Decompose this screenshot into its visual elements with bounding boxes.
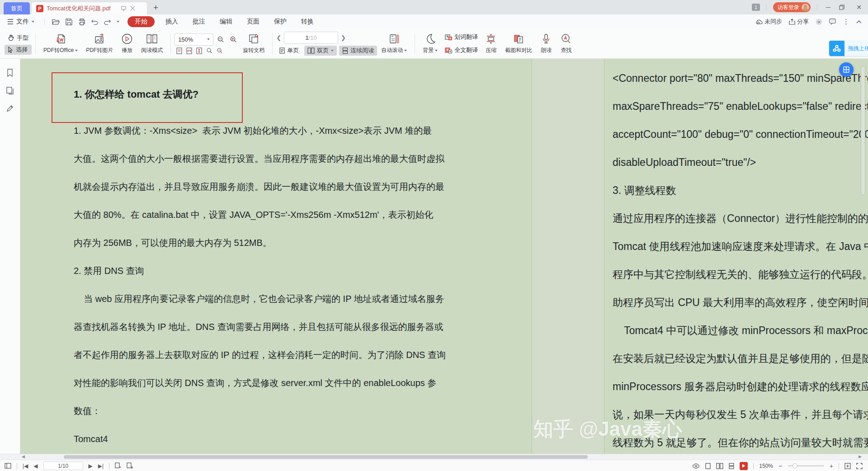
page-number-input[interactable]: 1/10 — [284, 32, 338, 44]
pdf-to-office-button[interactable]: PDF转Office — [39, 29, 82, 58]
fit-height-icon[interactable] — [196, 47, 202, 54]
open-file-icon[interactable] — [52, 19, 60, 25]
open-book-icon — [146, 33, 158, 45]
chevron-down-icon[interactable] — [117, 21, 119, 23]
screenshot-compare-button[interactable]: 截图和对比 — [501, 29, 536, 58]
read-mode-button[interactable]: 阅读模式 — [137, 29, 167, 58]
fit-page-icon[interactable] — [176, 47, 182, 54]
more-options-icon[interactable]: ⋮ — [843, 18, 849, 26]
zoom-slider-thumb[interactable] — [793, 463, 797, 468]
zoom-in-icon[interactable]: + — [830, 462, 833, 470]
compress-icon — [485, 33, 497, 45]
divider — [839, 463, 839, 469]
fullscreen-icon[interactable] — [856, 463, 863, 469]
auto-scroll-icon — [388, 33, 400, 45]
scroll-right-icon[interactable]: ▶ — [859, 454, 862, 459]
horizontal-scroll-thumb[interactable] — [64, 455, 588, 459]
sync-status[interactable]: 未同步 — [755, 18, 782, 26]
chevron-down-icon — [404, 50, 407, 52]
close-tab-icon[interactable] — [130, 6, 135, 11]
annotation-icon[interactable] — [6, 104, 14, 112]
rotate-document-button[interactable]: 旋转文档 — [239, 29, 269, 58]
menu-tab-annotate[interactable]: 批注 — [185, 18, 212, 26]
new-tab-button[interactable]: + — [153, 3, 158, 13]
guest-login-button[interactable]: 访客登录 — [773, 2, 811, 12]
eye-protect-icon[interactable] — [692, 463, 700, 469]
double-page-button[interactable]: 双页 — [304, 46, 337, 56]
hand-tool-button[interactable]: 手型 — [5, 33, 32, 43]
undo-icon[interactable] — [91, 19, 98, 25]
pdf-to-image-icon — [94, 33, 105, 45]
pdf-to-image-button[interactable]: PDF转图片 — [82, 29, 117, 58]
zhihu-watermark: 知乎 @Java秦心 — [533, 416, 682, 443]
find-button[interactable]: 查找 — [556, 29, 576, 58]
scroll-left-icon[interactable]: ◀ — [22, 454, 25, 459]
vertical-scrollbar[interactable] — [861, 66, 865, 195]
insert-page-icon[interactable] — [115, 462, 121, 469]
share-button[interactable]: 分享 — [789, 18, 809, 26]
comment-icon[interactable] — [829, 19, 836, 25]
minimize-button[interactable]: ─ — [824, 4, 833, 11]
tab-home[interactable]: 首页 — [4, 2, 30, 14]
continuous-view-icon[interactable] — [729, 463, 734, 469]
horizontal-scrollbar[interactable]: ◀ ▶ — [0, 454, 868, 460]
menu-tab-edit[interactable]: 编辑 — [212, 18, 240, 26]
settings-gear-icon[interactable] — [816, 19, 822, 25]
thumbnails-icon[interactable] — [6, 87, 14, 94]
double-page-view-icon[interactable] — [716, 463, 723, 469]
screenshot-compare-icon — [513, 33, 524, 45]
fit-width-icon[interactable] — [186, 47, 192, 54]
prev-page-icon[interactable]: ❮ — [276, 34, 281, 41]
menu-tab-page[interactable]: 页面 — [240, 18, 267, 26]
play-mode-button[interactable] — [740, 462, 748, 470]
document-viewport[interactable]: 1. 你怎样给 tomcat 去调优? 1. JVM 参数调优：-Xms<siz… — [0, 59, 868, 454]
single-page-button[interactable]: 单页 — [276, 46, 302, 56]
save-icon[interactable] — [66, 19, 72, 25]
window-count-badge[interactable]: 1 — [752, 4, 760, 11]
zoom-level-select[interactable]: 150% — [175, 33, 213, 46]
menu-tab-convert[interactable]: 转换 — [294, 18, 321, 26]
left-column-text: 1. JVM 参数调优：-Xms<size> 表示 JVM 初始化堆的大小，-X… — [74, 117, 446, 453]
status-page-indicator[interactable]: 1/10 — [43, 462, 83, 470]
extract-page-icon[interactable] — [127, 462, 133, 469]
play-button[interactable]: 播放 — [117, 29, 137, 58]
continuous-read-button[interactable]: 连续阅读 — [339, 46, 377, 56]
first-page-icon[interactable]: |◀ — [23, 463, 28, 469]
last-page-icon[interactable]: ▶| — [98, 463, 104, 469]
pin-to-desktop-icon[interactable] — [121, 5, 127, 11]
next-page-icon[interactable]: ❯ — [341, 34, 346, 41]
collapse-toolbar-icon[interactable] — [856, 20, 862, 24]
fit-window-icon[interactable] — [844, 463, 851, 469]
zoom-lock-icon[interactable] — [206, 47, 212, 54]
tab-document[interactable]: P Tomcat优化相关问题.pdf — [32, 2, 147, 14]
restore-button[interactable] — [839, 5, 848, 10]
toggle-sidebar-icon[interactable] — [5, 463, 11, 469]
full-translate-button[interactable]: 全文翻译 — [442, 45, 481, 55]
zoom-out-button[interactable] — [215, 34, 226, 45]
menu-tab-insert[interactable]: 插入 — [158, 18, 185, 26]
right-column-text: <Connector port="80" maxThreads="150" mi… — [613, 64, 868, 454]
background-button[interactable]: 背景 — [419, 29, 442, 58]
next-page-icon[interactable]: ▶ — [89, 463, 93, 469]
auto-scroll-button[interactable]: 自动滚动 — [377, 29, 411, 58]
read-aloud-button[interactable]: 朗读 — [536, 29, 556, 58]
prev-page-icon[interactable]: ◀ — [33, 463, 38, 469]
bookmark-icon[interactable] — [6, 69, 14, 77]
drag-upload-netdisk-button[interactable]: 拖拽上传 — [829, 41, 868, 56]
menu-tab-home-start[interactable]: 开始 — [127, 16, 155, 27]
zoom-slider[interactable] — [788, 465, 824, 466]
zoom-reset-icon[interactable] — [217, 47, 223, 54]
wps-pdf-window: 首页 P Tomcat优化相关问题.pdf + 1 访客登录 ─ ✕ — [0, 0, 868, 471]
select-tool-button[interactable]: 选择 — [5, 45, 32, 55]
zoom-in-button[interactable] — [228, 34, 239, 45]
single-page-view-icon[interactable] — [705, 463, 711, 469]
compress-button[interactable]: 压缩 — [481, 29, 501, 58]
zoom-out-icon[interactable]: − — [778, 462, 783, 470]
menu-tab-protect[interactable]: 保护 — [267, 18, 294, 26]
word-translate-button[interactable]: 划词翻译 — [442, 32, 481, 42]
file-menu[interactable]: 文件 — [0, 18, 42, 26]
redo-icon[interactable] — [104, 19, 111, 25]
table-tools-floating-button[interactable] — [839, 62, 854, 77]
close-window-button[interactable]: ✕ — [854, 4, 863, 11]
print-icon[interactable] — [78, 19, 85, 25]
